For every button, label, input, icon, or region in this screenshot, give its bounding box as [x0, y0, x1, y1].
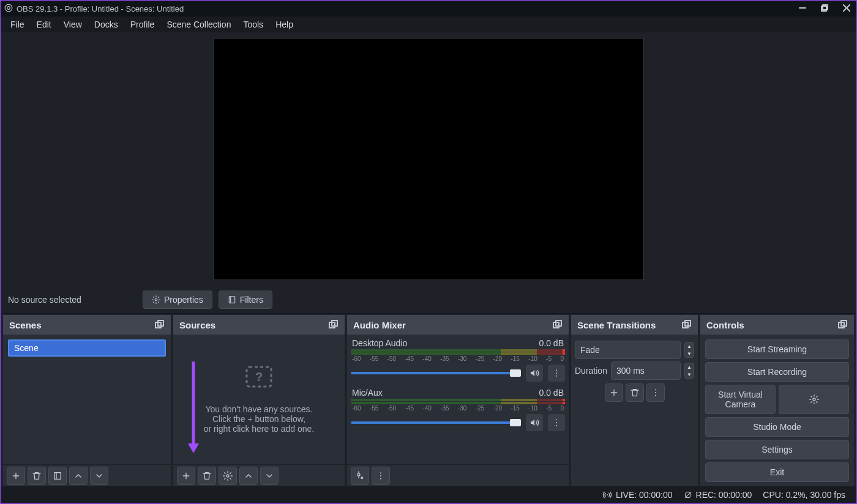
channel-db: 0.0 dB — [539, 388, 564, 398]
menu-edit[interactable]: Edit — [31, 17, 58, 32]
menu-profile[interactable]: Profile — [124, 17, 161, 32]
popout-icon[interactable] — [838, 320, 848, 330]
menu-tools[interactable]: Tools — [237, 17, 269, 32]
arrow-down-icon — [188, 361, 199, 455]
transition-menu-button[interactable] — [646, 384, 665, 402]
scenes-dock: Scenes Scene — [3, 315, 171, 486]
settings-button[interactable]: Settings — [705, 440, 849, 459]
maximize-button[interactable] — [821, 4, 828, 13]
volume-slider[interactable] — [351, 372, 521, 374]
menu-view[interactable]: View — [58, 17, 88, 32]
svg-point-27 — [556, 369, 557, 371]
gear-icon — [152, 295, 160, 304]
channel-db: 0.0 dB — [539, 338, 564, 348]
scene-filter-button[interactable] — [48, 467, 67, 485]
status-rec: REC: 00:00:00 — [684, 490, 752, 500]
add-source-button[interactable] — [177, 467, 195, 485]
duration-label: Duration — [575, 366, 607, 376]
transitions-dock: Scene Transitions Fade ▲▼ Duration 300 m… — [571, 315, 698, 486]
add-scene-button[interactable] — [7, 467, 25, 485]
remove-transition-button[interactable] — [626, 384, 644, 402]
chevron-down-icon: ▼ — [685, 350, 694, 357]
window-title: OBS 29.1.3 - Profile: Untitled - Scenes:… — [17, 4, 184, 13]
studio-mode-button[interactable]: Studio Mode — [705, 417, 849, 437]
svg-text:?: ? — [255, 370, 263, 384]
transition-spinner[interactable]: ▲▼ — [684, 342, 694, 358]
sources-empty-text3: or right click here to add one. — [204, 424, 315, 434]
chevron-up-icon: ▲ — [685, 343, 694, 350]
popout-icon[interactable] — [329, 320, 339, 330]
svg-marker-19 — [188, 443, 199, 453]
menu-docks[interactable]: Docks — [88, 17, 124, 32]
start-virtual-camera-button[interactable]: Start Virtual Camera — [705, 385, 776, 414]
duration-spinner[interactable]: ▲▼ — [684, 363, 694, 379]
minimize-button[interactable] — [799, 4, 806, 13]
sources-dock: Sources ? You don't have any sources. Cl… — [173, 315, 345, 486]
source-toolbar: No source selected Properties Filters — [1, 286, 856, 314]
remove-scene-button[interactable] — [28, 467, 46, 485]
titlebar: OBS 29.1.3 - Profile: Untitled - Scenes:… — [1, 1, 856, 17]
svg-point-29 — [556, 376, 557, 377]
close-button[interactable] — [843, 4, 850, 13]
svg-point-32 — [556, 425, 557, 426]
channel-name: Desktop Audio — [352, 338, 407, 348]
filters-icon — [228, 295, 236, 304]
transition-select[interactable]: Fade — [575, 341, 681, 359]
source-up-button[interactable] — [239, 467, 258, 485]
mute-button[interactable] — [526, 414, 543, 431]
audio-meter — [351, 352, 565, 355]
channel-menu-button[interactable] — [548, 365, 565, 382]
mixer-ticks: -60-55-50-45-40-35-30-25-20-15-10-50 — [351, 355, 565, 362]
menu-help[interactable]: Help — [269, 17, 299, 32]
popout-icon[interactable] — [155, 320, 165, 330]
mixer-channel-desktop: Desktop Audio 0.0 dB -60-55-50-45-40-35-… — [351, 338, 565, 382]
chevron-up-icon: ▲ — [685, 363, 694, 371]
mixer-channel-mic: Mic/Aux 0.0 dB -60-55-50-45-40-35-30-25-… — [351, 388, 565, 431]
svg-point-36 — [380, 475, 381, 476]
menu-scene-collection[interactable]: Scene Collection — [160, 17, 237, 32]
popout-icon[interactable] — [553, 320, 563, 330]
mixer-dock: Audio Mixer Desktop Audio 0.0 dB -60-55-… — [347, 315, 569, 486]
start-recording-button[interactable]: Start Recording — [705, 362, 849, 382]
source-properties-button[interactable] — [219, 467, 237, 485]
statusbar: LIVE: 00:00:00 REC: 00:00:00 CPU: 0.2%, … — [1, 486, 856, 503]
svg-point-47 — [813, 398, 815, 401]
mute-button[interactable] — [526, 365, 543, 382]
svg-point-35 — [380, 472, 381, 473]
svg-point-48 — [607, 494, 608, 495]
controls-dock: Controls Start Streaming Start Recording… — [700, 315, 854, 486]
source-down-button[interactable] — [260, 467, 279, 485]
scene-item[interactable]: Scene — [8, 339, 166, 357]
exit-button[interactable]: Exit — [705, 462, 849, 482]
scene-up-button[interactable] — [69, 467, 88, 485]
mixer-ticks: -60-55-50-45-40-35-30-25-20-15-10-50 — [351, 405, 565, 412]
obs-logo-icon — [4, 4, 13, 14]
preview-canvas[interactable] — [214, 38, 644, 280]
filters-button[interactable]: Filters — [219, 291, 272, 309]
sources-empty[interactable]: ? You don't have any sources. Click the … — [177, 338, 341, 461]
mixer-advanced-button[interactable] — [351, 467, 369, 485]
mixer-title: Audio Mixer — [353, 320, 406, 330]
audio-meter — [351, 349, 565, 352]
properties-button[interactable]: Properties — [143, 291, 212, 309]
volume-slider[interactable] — [351, 421, 521, 424]
preview-area — [1, 32, 856, 286]
menu-file[interactable]: File — [4, 17, 31, 32]
mixer-menu-button[interactable] — [372, 467, 390, 485]
svg-point-31 — [556, 422, 557, 423]
svg-point-44 — [655, 395, 656, 396]
svg-point-24 — [226, 475, 229, 477]
svg-rect-8 — [229, 297, 234, 303]
add-transition-button[interactable] — [605, 384, 623, 402]
scene-down-button[interactable] — [90, 467, 108, 485]
svg-point-28 — [556, 372, 557, 374]
virtual-camera-settings-button[interactable] — [779, 385, 849, 414]
svg-rect-14 — [54, 472, 61, 479]
svg-point-33 — [357, 473, 360, 476]
start-streaming-button[interactable]: Start Streaming — [705, 339, 849, 359]
channel-menu-button[interactable] — [548, 414, 565, 431]
remove-source-button[interactable] — [198, 467, 216, 485]
duration-input[interactable]: 300 ms — [611, 361, 681, 380]
popout-icon[interactable] — [682, 320, 692, 330]
svg-point-37 — [380, 478, 381, 479]
